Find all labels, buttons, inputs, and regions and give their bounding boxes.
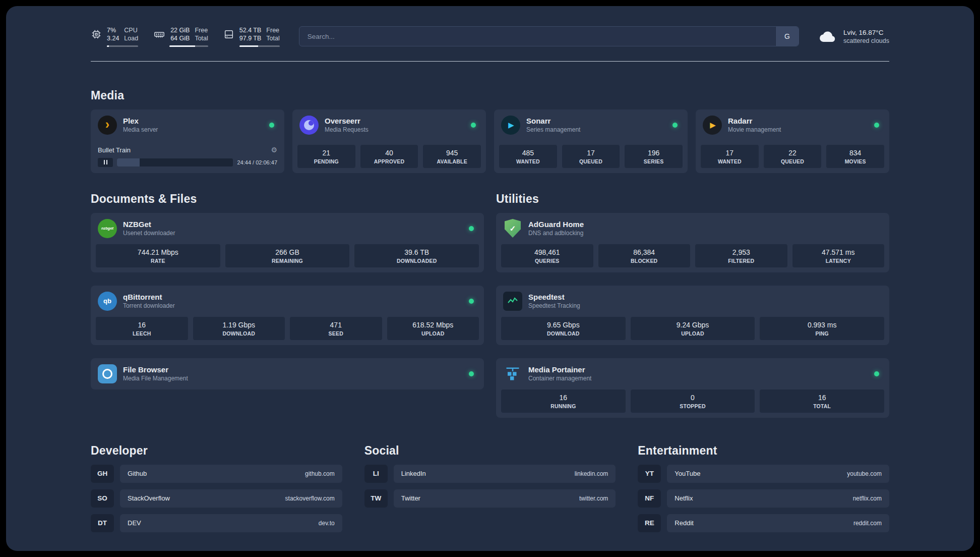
status-dot [269,123,274,128]
bookmark-link-netflix[interactable]: Netflixnetflix.com [667,489,889,508]
memory-usage-bar [169,45,208,47]
card-media-portainer[interactable]: Media Portainer Container management 16R… [496,358,889,418]
stat-tile: 16TOTAL [760,389,884,413]
bookmark-link-github[interactable]: Githubgithub.com [120,465,342,483]
now-playing-title: Bullet Train [98,146,131,154]
bookmark-abbr: LI [364,465,388,483]
cpu-widget: 7% 3.24 CPU Load [91,26,138,47]
bookmark-link-twitter[interactable]: Twittertwitter.com [394,489,616,508]
playback-time: 24:44 / 02:06:47 [237,159,277,165]
disk-widget: 52.4 TB 97.9 TB Free Total [223,26,280,47]
stat-tile: 17WANTED [701,145,759,168]
overseerr-icon [299,116,319,135]
section-utilities: Utilities ✓ AdGuard Home DNS and adblock… [496,192,889,418]
memory-total: 64 GiB [170,34,190,42]
card-nzbget[interactable]: nzbget NZBGet Usenet downloader 744.21 M… [91,213,484,272]
bookmark-link-dev[interactable]: DEVdev.to [120,514,342,532]
status-dot [672,123,678,128]
stat-tile: 485WANTED [499,145,557,168]
stat-tile: 21PENDING [297,145,355,168]
stat-tile: 86,384BLOCKED [598,244,691,267]
app-name: qBittorrent [123,293,175,301]
sonarr-icon: ▶ [501,116,520,135]
bookmark-row: GH Githubgithub.com [91,465,342,483]
radarr-icon: ▶ [703,116,722,135]
cpu-usage-bar [107,45,138,47]
nzbget-icon: nzbget [98,219,117,238]
section-documents: Documents & Files nzbget NZBGet Usenet d… [91,192,484,389]
cpu-label-1: CPU [124,26,138,34]
bookmark-row: LI LinkedInlinkedin.com [364,465,616,483]
stat-tile: 834MOVIES [826,145,884,168]
memory-widget: 22 GiB 64 GiB Free Total [153,26,208,47]
stat-tile: 39.6 TBDOWNLOADED [354,244,479,267]
stat-tile: 618.52 MbpsUPLOAD [387,317,479,340]
memory-icon [153,29,165,40]
disk-total: 97.9 TB [239,34,262,42]
bookmark-row: RE Redditreddit.com [638,514,889,532]
section-title-utilities: Utilities [496,192,889,206]
card-speedtest[interactable]: Speedtest Speedtest Tracking 9.65 GbpsDO… [496,286,889,345]
card-overseerr[interactable]: Overseerr Media Requests 21PENDING 40APP… [292,109,486,173]
pause-button[interactable] [98,158,113,167]
stat-tile: 1.19 GbpsDOWNLOAD [193,317,285,340]
disk-usage-bar [239,45,280,47]
file-browser-icon [98,364,117,383]
stat-tile: 0.993 msPING [760,317,884,340]
status-dot [874,123,879,128]
search-provider-button[interactable]: G [775,27,799,46]
app-subtitle: Speedtest Tracking [528,302,580,309]
weather-widget[interactable]: Lviv, 16.87°C scattered clouds [818,29,889,44]
dashboard-panel: 7% 3.24 CPU Load 22 GiB 64 GiB [6,6,974,551]
bookmark-row: YT YouTubeyoutube.com [638,465,889,483]
card-file-browser[interactable]: File Browser Media File Management [91,358,484,389]
bookmark-link-reddit[interactable]: Redditreddit.com [667,514,889,532]
card-radarr[interactable]: ▶ Radarr Movie management 17WANTED 22QUE… [696,109,889,173]
bookmark-link-stackoverflow[interactable]: StackOverflowstackoverflow.com [120,489,342,508]
bookmark-link-youtube[interactable]: YouTubeyoutube.com [667,465,889,483]
memory-label-1: Free [195,26,208,34]
app-name: AdGuard Home [528,220,584,229]
stat-tile: 47.571 msLATENCY [792,244,885,267]
stat-tile: 9.24 GbpsUPLOAD [631,317,755,340]
card-qbittorrent[interactable]: qb qBittorrent Torrent downloader 16LEEC… [91,286,484,345]
bookmark-link-linkedin[interactable]: LinkedInlinkedin.com [394,465,616,483]
bookmark-abbr: TW [364,489,388,508]
bookmark-group-entertainment: Entertainment YT YouTubeyoutube.com NF N… [638,444,889,539]
cpu-icon [91,29,102,40]
stat-tile: 945AVAILABLE [423,145,481,168]
section-title-developer: Developer [91,444,342,458]
section-title-documents: Documents & Files [91,192,484,206]
stat-tile: 471SEED [290,317,382,340]
stat-tile: 16RUNNING [501,389,626,413]
settings-gear-icon[interactable]: ⚙ [271,146,277,153]
status-dot [471,123,476,128]
app-subtitle: Movie management [728,126,781,133]
disk-free: 52.4 TB [239,26,262,34]
weather-condition: scattered clouds [843,37,889,44]
disk-label-1: Free [266,26,279,34]
stat-tile: 498,461QUERIES [501,244,593,267]
stat-tile: 2,953FILTERED [695,244,787,267]
disk-label-2: Total [266,34,279,42]
app-name: NZBGet [123,220,175,229]
card-plex[interactable]: › Plex Media server Bullet Train ⚙ [91,109,284,173]
memory-free: 22 GiB [170,26,190,34]
bookmark-row: SO StackOverflowstackoverflow.com [91,489,342,508]
app-name: Speedtest [528,293,580,301]
search-input[interactable] [299,27,775,46]
section-title-social: Social [364,444,616,458]
progress-bar[interactable] [117,158,233,166]
search-bar: G [299,26,799,46]
stat-tile: 9.65 GbpsDOWNLOAD [501,317,626,340]
card-adguard-home[interactable]: ✓ AdGuard Home DNS and adblocking 498,46… [496,213,889,272]
stat-tile: 17QUEUED [562,145,620,168]
cpu-load: 3.24 [107,34,119,42]
stat-tile: 40APPROVED [360,145,418,168]
app-subtitle: Media Requests [325,126,369,133]
bookmark-row: TW Twittertwitter.com [364,489,616,508]
card-sonarr[interactable]: ▶ Sonarr Series management 485WANTED 17Q… [494,109,688,173]
section-media: Media › Plex Media server Bullet Train ⚙ [91,89,889,173]
section-title-media: Media [91,89,889,102]
app-subtitle: Series management [526,126,580,133]
